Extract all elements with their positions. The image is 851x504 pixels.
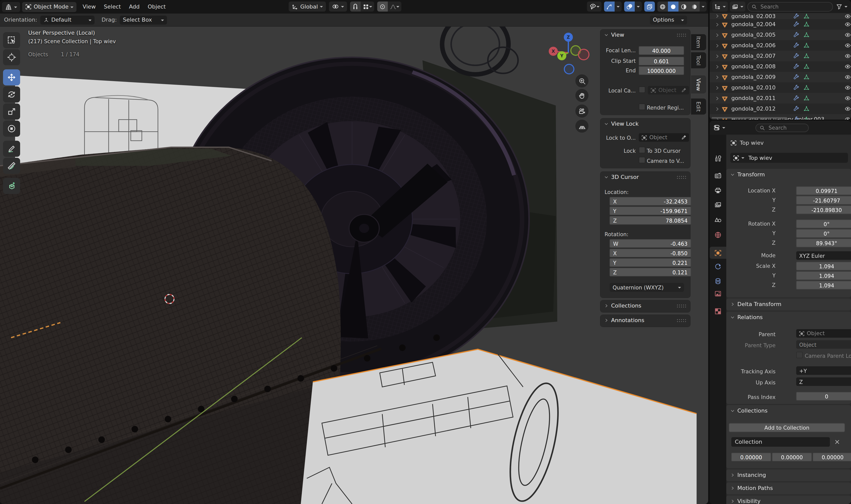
expand-chevron-icon[interactable] (715, 32, 720, 37)
gizmo-axis-y[interactable]: Y (557, 51, 566, 60)
rotation-field[interactable]: 89.943° (796, 239, 851, 247)
breadcrumb[interactable]: Top wiev (730, 140, 764, 146)
pass-index-field[interactable]: 0 (796, 392, 851, 400)
rotation-field[interactable]: 0° (796, 220, 851, 228)
eye-icon[interactable] (845, 21, 851, 28)
tab-scene[interactable] (710, 214, 726, 226)
local-camera-checkbox[interactable] (639, 86, 645, 93)
panel-grip-icon[interactable] (676, 33, 687, 37)
mesh-data-icon[interactable] (803, 74, 810, 80)
overlays-dropdown[interactable] (635, 1, 642, 12)
local-camera-object-field[interactable]: Object (648, 86, 689, 94)
ntab-tool[interactable]: Tool (691, 52, 706, 68)
pivot-point-dropdown[interactable] (329, 1, 347, 12)
annotations-panel-header[interactable]: Annotations (601, 315, 690, 326)
cursor-z-field[interactable]: Z78.0854 (610, 216, 691, 224)
outliner-filter[interactable] (835, 1, 849, 12)
camera-parent-lock-checkbox[interactable] (796, 352, 803, 358)
collection-offset-field[interactable]: 0.00000 (731, 453, 771, 461)
tool-select-box[interactable] (3, 32, 20, 48)
orientation-select[interactable]: Default (40, 15, 94, 24)
modifier-wrench-icon[interactable] (793, 32, 800, 38)
modifier-wrench-icon[interactable] (793, 63, 800, 70)
modifier-wrench-icon[interactable] (793, 116, 800, 120)
eye-icon[interactable] (845, 13, 851, 19)
tab-object-data[interactable] (710, 287, 726, 300)
mesh-data-icon[interactable] (803, 42, 810, 49)
panel-grip-icon[interactable] (676, 318, 687, 322)
collections-header[interactable]: Collections (726, 405, 851, 417)
parent-type-select[interactable]: Object (796, 340, 851, 349)
panel-grip-icon[interactable] (676, 304, 687, 308)
relations-header[interactable]: Relations (726, 311, 851, 323)
modifier-wrench-icon[interactable] (793, 53, 800, 59)
shading-dropdown[interactable] (700, 1, 707, 12)
eye-icon[interactable] (845, 106, 851, 112)
object-name-field[interactable]: Top wiev (730, 153, 848, 163)
mesh-data-icon[interactable] (803, 116, 810, 120)
eye-icon[interactable] (845, 116, 851, 120)
outliner-row[interactable]: gondola_02.003 (710, 13, 851, 19)
eye-icon[interactable] (845, 53, 851, 59)
tab-view-layer[interactable] (710, 198, 726, 211)
tab-world[interactable] (710, 229, 726, 241)
tab-render[interactable] (710, 169, 726, 181)
outliner-row[interactable]: gondola_02.004 (710, 19, 851, 30)
location-field[interactable]: -21.60797 (796, 196, 851, 204)
cursor-x-field[interactable]: X-0.850 (610, 249, 691, 257)
snap-target-dropdown[interactable] (361, 1, 374, 12)
tab-constraints[interactable] (710, 275, 726, 287)
gizmos-toggle[interactable] (604, 1, 614, 12)
tracking-axis-select[interactable]: +Y (796, 366, 851, 375)
mesh-data-icon[interactable] (803, 63, 810, 70)
view-panel-header[interactable]: View (601, 30, 690, 40)
tool-annotate[interactable] (3, 141, 20, 157)
scale-field[interactable]: 1.094 (796, 271, 851, 280)
tool-add-cube[interactable] (3, 178, 20, 194)
editor-type-button[interactable] (2, 2, 20, 12)
collection-offset-field[interactable]: 0.00000 (813, 453, 851, 461)
visibility-header[interactable]: Visibility (726, 496, 851, 504)
outliner-row[interactable]: gondola_02.005 (710, 30, 851, 40)
focal-length-field[interactable]: 40.000 (639, 46, 684, 55)
eyedropper-icon[interactable] (681, 135, 687, 140)
cursor-z-field[interactable]: Z0.121 (610, 268, 691, 276)
cursor-x-field[interactable]: X-32.2453 (610, 197, 691, 205)
outliner-row[interactable]: Hurricane MkII battery holder.003 (710, 114, 851, 120)
tab-physics[interactable] (710, 261, 726, 273)
nav-zoom-plus-icon[interactable] (575, 74, 588, 87)
outliner-row[interactable]: gondola_02.007 (710, 51, 851, 61)
parent-object-field[interactable]: Object (796, 329, 851, 338)
drag-select[interactable]: Select Box (120, 15, 167, 24)
tool-move[interactable] (3, 69, 20, 86)
lock-to-3d-cursor-checkbox[interactable] (639, 147, 645, 153)
proportional-toggle[interactable] (377, 1, 388, 12)
outliner-row[interactable]: gondola_02.011 (710, 93, 851, 104)
location-field[interactable]: 0.09971 (796, 186, 851, 195)
camera-to-view-checkbox[interactable] (639, 157, 645, 163)
eye-icon[interactable] (845, 63, 851, 70)
nav-camera-icon[interactable] (575, 105, 588, 118)
ntab-view[interactable]: View (691, 75, 706, 93)
mesh-data-icon[interactable] (803, 85, 810, 91)
snap-toggle[interactable] (350, 1, 361, 12)
options-dropdown[interactable]: Options (650, 15, 687, 24)
modifier-wrench-icon[interactable] (793, 13, 800, 19)
collections-panel-header[interactable]: Collections (601, 301, 690, 311)
gizmo-axis-z-neg[interactable] (564, 64, 574, 74)
ntab-item[interactable]: Item (691, 34, 706, 50)
shading-rendered[interactable] (689, 1, 700, 12)
tool-scale[interactable] (3, 104, 20, 120)
delta-transform-header[interactable]: Delta Transform (726, 299, 851, 310)
outliner-display-mode[interactable] (712, 1, 728, 12)
shading-material[interactable] (678, 1, 689, 12)
expand-chevron-icon[interactable] (715, 96, 720, 101)
expand-chevron-icon[interactable] (715, 54, 720, 58)
outliner-row[interactable]: gondola_02.012 (710, 104, 851, 114)
nav-grid-floor-icon[interactable] (575, 120, 588, 133)
outliner-row[interactable]: gondola_02.009 (710, 72, 851, 83)
gizmo-axis-x-neg[interactable] (578, 49, 589, 60)
cursor-panel-header[interactable]: 3D Cursor (601, 172, 690, 182)
add-to-collection-button[interactable]: Add to Collection (729, 423, 845, 432)
modifier-wrench-icon[interactable] (793, 74, 800, 80)
